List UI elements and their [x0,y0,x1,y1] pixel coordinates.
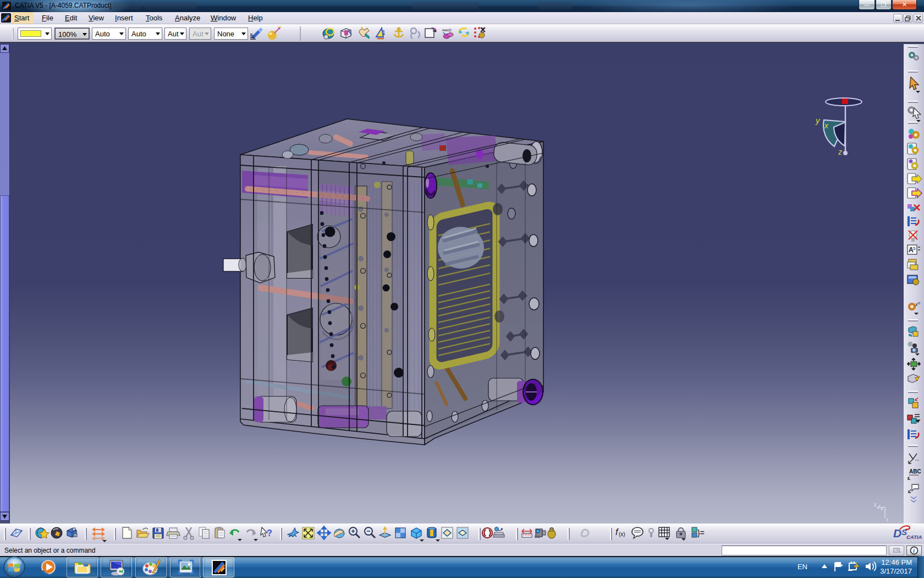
svg-text:}=: }= [697,528,705,537]
svg-text:y: y [874,501,877,507]
svg-text:z: z [838,148,842,156]
svg-text:y: y [815,116,821,125]
svg-text:x: x [824,121,829,130]
svg-text:?: ? [267,528,272,538]
svg-text:!: ! [855,564,856,568]
svg-text:(x): (x) [619,531,625,537]
svg-text:CATIA: CATIA [906,534,922,540]
svg-text:n: n [918,301,920,305]
svg-text:5: 5 [913,246,916,251]
svg-text:z: z [886,517,889,522]
svg-text:ABC: ABC [909,468,921,475]
svg-text:D: D [893,527,901,539]
svg-text:x: x [881,506,883,511]
svg-text:1: 1 [382,30,386,36]
